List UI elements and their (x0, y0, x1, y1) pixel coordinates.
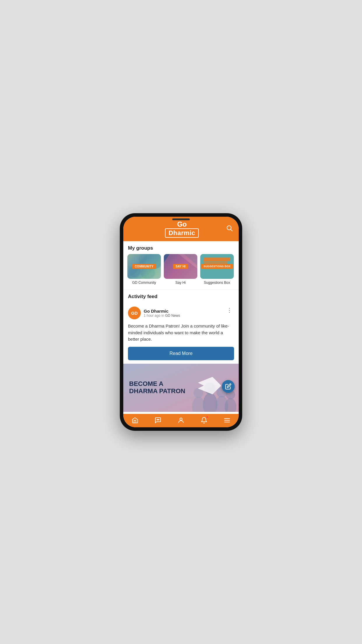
group-item-community[interactable]: COMMUNITY GD Community (127, 254, 161, 285)
nav-item-notifications[interactable] (201, 417, 208, 424)
post-more-button[interactable]: ⋮ (225, 307, 234, 314)
post-time: 1 hour ago in (144, 314, 165, 318)
compose-icon (225, 383, 231, 390)
post-card: GD Go Dharmic 1 hour ago in GD News ⋮ Be… (123, 303, 239, 364)
post-footer: 0 (123, 412, 239, 414)
chat-icon (154, 417, 161, 424)
dharma-become-text: BECOME A (129, 380, 185, 387)
logo-dharmic: Dharmic (165, 228, 199, 238)
activity-section: Activity feed GD Go Dharmic 1 hour ago i… (123, 290, 239, 414)
dharma-patron-text: DHARMA PATRON (129, 387, 185, 395)
dharma-arrow-icon (198, 377, 221, 398)
scroll-content[interactable]: My groups COMMUNITY GD Community (123, 241, 239, 414)
phone-frame: Go Dharmic My groups (120, 213, 242, 431)
suggestions-badge: SUGGESTIONS BOX (201, 264, 233, 269)
group-thumb-community: COMMUNITY (127, 254, 161, 279)
profile-icon (178, 417, 184, 424)
author-name: Go Dharmic (144, 309, 180, 314)
svg-marker-23 (198, 377, 221, 394)
post-channel: GD News (165, 314, 180, 318)
group-item-sayhi[interactable]: SAY HI Say Hi (164, 254, 197, 285)
svg-point-32 (180, 418, 182, 420)
bottom-nav (123, 414, 239, 427)
nav-item-profile[interactable] (178, 417, 184, 424)
read-more-button[interactable]: Read More (128, 347, 234, 360)
phone-screen: Go Dharmic My groups (123, 217, 239, 427)
app-logo: Go Dharmic (165, 220, 199, 238)
logo-go: Go (177, 220, 187, 228)
dharma-patron-banner[interactable]: BECOME A DHARMA PATRON (123, 364, 239, 412)
nav-item-chat[interactable] (154, 417, 161, 424)
suggestions-name: Suggestions Box (204, 281, 230, 285)
notification-dot (206, 416, 208, 418)
home-icon (131, 417, 138, 424)
nav-item-home[interactable] (131, 417, 138, 424)
groups-row: COMMUNITY GD Community SAY HI Say Hi (123, 254, 239, 289)
svg-point-30 (158, 419, 158, 420)
groups-section-title: My groups (123, 241, 239, 254)
svg-point-31 (159, 419, 159, 420)
sayhi-name: Say Hi (175, 281, 186, 285)
group-item-suggestions[interactable]: SUGGESTIONS BOX Suggestions Box (200, 254, 234, 285)
menu-icon (224, 417, 231, 424)
sayhi-badge: SAY HI (173, 264, 188, 269)
community-badge: COMMUNITY (132, 264, 156, 269)
compose-fab[interactable] (222, 380, 235, 393)
post-meta: 1 hour ago in GD News (144, 314, 180, 318)
group-thumb-suggestions: SUGGESTIONS BOX (200, 254, 234, 279)
nav-item-menu[interactable] (224, 417, 231, 424)
svg-point-4 (140, 267, 155, 279)
post-header: GD Go Dharmic 1 hour ago in GD News ⋮ (128, 307, 234, 319)
community-name: GD Community (132, 281, 156, 285)
svg-point-29 (157, 419, 157, 420)
activity-section-title: Activity feed (123, 290, 239, 303)
search-button[interactable] (226, 225, 233, 233)
svg-line-1 (231, 230, 232, 231)
dharma-banner-text: BECOME A DHARMA PATRON (129, 380, 185, 395)
post-author: GD Go Dharmic 1 hour ago in GD News (128, 307, 180, 319)
group-thumb-sayhi: SAY HI (164, 254, 197, 279)
post-body: Become a Dharma Patron! Join a community… (128, 323, 234, 343)
svg-rect-10 (204, 258, 230, 261)
avatar: GD (128, 307, 141, 319)
arrow-svg (198, 377, 221, 394)
author-info: Go Dharmic 1 hour ago in GD News (144, 309, 180, 318)
app-header: Go Dharmic (123, 217, 239, 241)
search-icon (226, 225, 233, 232)
